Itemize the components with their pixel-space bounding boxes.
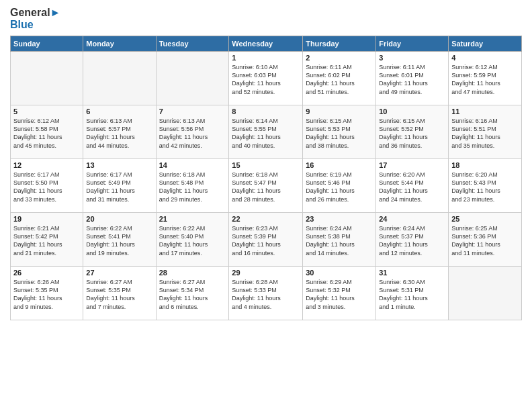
day-info: Sunrise: 6:23 AMSunset: 5:39 PMDaylight:… <box>232 224 300 257</box>
day-info: Sunrise: 6:27 AMSunset: 5:35 PMDaylight:… <box>86 278 152 311</box>
day-info: Sunrise: 6:19 AMSunset: 5:46 PMDaylight:… <box>306 171 373 203</box>
day-number: 3 <box>379 54 445 62</box>
calendar-cell: 9Sunrise: 6:15 AMSunset: 5:53 PMDaylight… <box>303 105 376 159</box>
calendar-cell: 28Sunrise: 6:27 AMSunset: 5:34 PMDayligh… <box>156 267 229 320</box>
day-info: Sunrise: 6:13 AMSunset: 5:57 PMDaylight:… <box>86 117 152 150</box>
day-number: 1 <box>232 54 300 62</box>
week-row-3: 12Sunrise: 6:17 AMSunset: 5:50 PMDayligh… <box>11 159 522 213</box>
day-info: Sunrise: 6:22 AMSunset: 5:41 PMDaylight:… <box>86 224 152 257</box>
day-number: 29 <box>232 269 300 277</box>
day-number: 30 <box>306 269 373 277</box>
day-info: Sunrise: 6:10 AMSunset: 6:03 PMDaylight:… <box>232 63 300 96</box>
day-info: Sunrise: 6:22 AMSunset: 5:40 PMDaylight:… <box>159 224 226 257</box>
day-info: Sunrise: 6:12 AMSunset: 5:58 PMDaylight:… <box>13 117 80 150</box>
calendar-cell <box>83 52 156 105</box>
calendar-cell: 7Sunrise: 6:13 AMSunset: 5:56 PMDaylight… <box>156 105 229 159</box>
calendar-cell <box>156 52 229 105</box>
day-number: 4 <box>451 54 519 62</box>
day-number: 6 <box>86 107 152 116</box>
day-number: 15 <box>232 161 300 169</box>
calendar-cell: 24Sunrise: 6:24 AMSunset: 5:37 PMDayligh… <box>376 213 449 267</box>
page: General► Blue SundayMondayTuesdayWednesd… <box>0 0 532 411</box>
day-info: Sunrise: 6:27 AMSunset: 5:34 PMDaylight:… <box>159 278 226 311</box>
day-info: Sunrise: 6:15 AMSunset: 5:53 PMDaylight:… <box>306 117 373 150</box>
calendar-cell: 22Sunrise: 6:23 AMSunset: 5:39 PMDayligh… <box>229 213 303 267</box>
calendar-cell: 31Sunrise: 6:30 AMSunset: 5:31 PMDayligh… <box>376 267 449 320</box>
calendar-cell: 11Sunrise: 6:16 AMSunset: 5:51 PMDayligh… <box>449 105 522 159</box>
weekday-sunday: Sunday <box>11 36 83 52</box>
weekday-monday: Monday <box>83 36 156 52</box>
day-info: Sunrise: 6:12 AMSunset: 5:59 PMDaylight:… <box>451 63 519 96</box>
calendar-cell: 30Sunrise: 6:29 AMSunset: 5:32 PMDayligh… <box>303 267 376 320</box>
day-number: 11 <box>451 107 519 116</box>
calendar-cell: 6Sunrise: 6:13 AMSunset: 5:57 PMDaylight… <box>83 105 156 159</box>
calendar-table: SundayMondayTuesdayWednesdayThursdayFrid… <box>10 36 522 320</box>
day-number: 8 <box>232 107 300 116</box>
day-number: 25 <box>451 215 519 223</box>
weekday-thursday: Thursday <box>303 36 376 52</box>
calendar-cell: 19Sunrise: 6:21 AMSunset: 5:42 PMDayligh… <box>11 213 83 267</box>
day-info: Sunrise: 6:21 AMSunset: 5:42 PMDaylight:… <box>13 224 80 257</box>
day-number: 14 <box>159 161 226 169</box>
day-info: Sunrise: 6:24 AMSunset: 5:37 PMDaylight:… <box>379 224 445 257</box>
week-row-5: 26Sunrise: 6:26 AMSunset: 5:35 PMDayligh… <box>11 267 522 320</box>
day-number: 19 <box>13 215 80 223</box>
calendar-cell: 13Sunrise: 6:17 AMSunset: 5:49 PMDayligh… <box>83 159 156 213</box>
calendar-cell: 27Sunrise: 6:27 AMSunset: 5:35 PMDayligh… <box>83 267 156 320</box>
weekday-header-row: SundayMondayTuesdayWednesdayThursdayFrid… <box>11 36 522 52</box>
day-info: Sunrise: 6:17 AMSunset: 5:49 PMDaylight:… <box>86 171 152 203</box>
calendar-body: 1Sunrise: 6:10 AMSunset: 6:03 PMDaylight… <box>11 52 522 320</box>
day-number: 18 <box>451 161 519 169</box>
calendar-cell: 18Sunrise: 6:20 AMSunset: 5:43 PMDayligh… <box>449 159 522 213</box>
day-info: Sunrise: 6:11 AMSunset: 6:01 PMDaylight:… <box>379 63 445 96</box>
calendar-cell: 21Sunrise: 6:22 AMSunset: 5:40 PMDayligh… <box>156 213 229 267</box>
calendar-cell: 3Sunrise: 6:11 AMSunset: 6:01 PMDaylight… <box>376 52 449 105</box>
day-info: Sunrise: 6:29 AMSunset: 5:32 PMDaylight:… <box>306 278 373 311</box>
calendar-cell: 26Sunrise: 6:26 AMSunset: 5:35 PMDayligh… <box>11 267 83 320</box>
logo: General► Blue <box>10 7 60 30</box>
weekday-tuesday: Tuesday <box>156 36 229 52</box>
day-info: Sunrise: 6:16 AMSunset: 5:51 PMDaylight:… <box>451 117 519 150</box>
calendar-cell: 1Sunrise: 6:10 AMSunset: 6:03 PMDaylight… <box>229 52 303 105</box>
calendar-cell: 25Sunrise: 6:25 AMSunset: 5:36 PMDayligh… <box>449 213 522 267</box>
calendar-cell: 20Sunrise: 6:22 AMSunset: 5:41 PMDayligh… <box>83 213 156 267</box>
calendar-cell: 17Sunrise: 6:20 AMSunset: 5:44 PMDayligh… <box>376 159 449 213</box>
day-info: Sunrise: 6:17 AMSunset: 5:50 PMDaylight:… <box>13 171 80 203</box>
day-number: 24 <box>379 215 445 223</box>
day-info: Sunrise: 6:14 AMSunset: 5:55 PMDaylight:… <box>232 117 300 150</box>
day-number: 13 <box>86 161 152 169</box>
day-number: 2 <box>306 54 373 62</box>
day-info: Sunrise: 6:30 AMSunset: 5:31 PMDaylight:… <box>379 278 445 311</box>
week-row-2: 5Sunrise: 6:12 AMSunset: 5:58 PMDaylight… <box>11 105 522 159</box>
calendar-cell: 23Sunrise: 6:24 AMSunset: 5:38 PMDayligh… <box>303 213 376 267</box>
day-number: 22 <box>232 215 300 223</box>
day-number: 16 <box>306 161 373 169</box>
day-info: Sunrise: 6:11 AMSunset: 6:02 PMDaylight:… <box>306 63 373 96</box>
day-number: 21 <box>159 215 226 223</box>
day-info: Sunrise: 6:25 AMSunset: 5:36 PMDaylight:… <box>451 224 519 257</box>
calendar-cell <box>449 267 522 320</box>
calendar-cell: 29Sunrise: 6:28 AMSunset: 5:33 PMDayligh… <box>229 267 303 320</box>
calendar-cell: 16Sunrise: 6:19 AMSunset: 5:46 PMDayligh… <box>303 159 376 213</box>
weekday-wednesday: Wednesday <box>229 36 303 52</box>
calendar-cell: 15Sunrise: 6:18 AMSunset: 5:47 PMDayligh… <box>229 159 303 213</box>
day-info: Sunrise: 6:15 AMSunset: 5:52 PMDaylight:… <box>379 117 445 150</box>
day-number: 27 <box>86 269 152 277</box>
day-info: Sunrise: 6:20 AMSunset: 5:43 PMDaylight:… <box>451 171 519 203</box>
day-number: 12 <box>13 161 80 169</box>
week-row-1: 1Sunrise: 6:10 AMSunset: 6:03 PMDaylight… <box>11 52 522 105</box>
day-number: 5 <box>13 107 80 116</box>
weekday-saturday: Saturday <box>449 36 522 52</box>
calendar-cell: 12Sunrise: 6:17 AMSunset: 5:50 PMDayligh… <box>11 159 83 213</box>
day-number: 17 <box>379 161 445 169</box>
day-info: Sunrise: 6:20 AMSunset: 5:44 PMDaylight:… <box>379 171 445 203</box>
day-number: 31 <box>379 269 445 277</box>
day-info: Sunrise: 6:18 AMSunset: 5:47 PMDaylight:… <box>232 171 300 203</box>
week-row-4: 19Sunrise: 6:21 AMSunset: 5:42 PMDayligh… <box>11 213 522 267</box>
calendar-cell: 2Sunrise: 6:11 AMSunset: 6:02 PMDaylight… <box>303 52 376 105</box>
day-info: Sunrise: 6:24 AMSunset: 5:38 PMDaylight:… <box>306 224 373 257</box>
calendar-cell: 8Sunrise: 6:14 AMSunset: 5:55 PMDaylight… <box>229 105 303 159</box>
calendar-cell <box>11 52 83 105</box>
weekday-friday: Friday <box>376 36 449 52</box>
day-number: 28 <box>159 269 226 277</box>
